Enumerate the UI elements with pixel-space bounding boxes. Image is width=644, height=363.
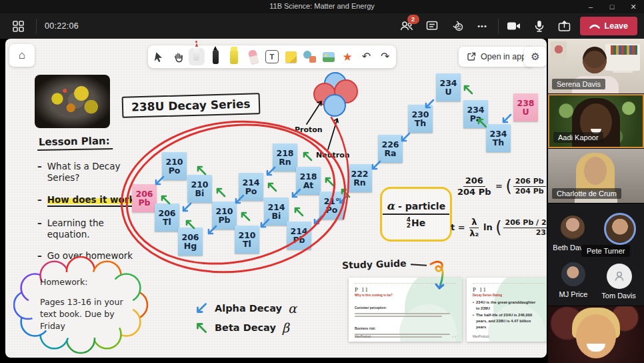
settings-button[interactable]: ⚙ (524, 47, 547, 67)
alpha-decay-arrow (423, 97, 436, 111)
lesson-plan-item: –Learning the equation. (37, 218, 144, 240)
insert-image-tool[interactable] (321, 48, 337, 65)
shapes-tool[interactable] (302, 48, 318, 65)
mass-number: 210 (238, 231, 255, 240)
sticky-234-U[interactable]: 234U (436, 73, 461, 101)
doc-footer: MaxProduct (473, 335, 489, 338)
leave-button[interactable]: Leave (580, 17, 637, 35)
minimize-button[interactable]: – (580, 0, 601, 13)
highlighter-icon (230, 50, 238, 64)
alpha-decay-arrow (289, 187, 303, 200)
homework-heading: Homework: (40, 276, 128, 288)
element-symbol: Po (326, 206, 338, 215)
mass-number: 206 (181, 233, 199, 242)
sticky-210-Bi[interactable]: 210Bi (187, 175, 212, 203)
mass-number: 210 (215, 207, 233, 216)
sticky-210-Tl[interactable]: 210Tl (235, 226, 259, 254)
doc-bullets: •234U is the great-granddaughter to 238U… (473, 300, 545, 330)
lead-ratio-equation[interactable]: 206204 Pb = (206 Pb204 Pb) + 2 (456, 176, 547, 196)
black-pen-tool[interactable] (207, 48, 223, 65)
eraser-icon (247, 49, 258, 64)
participants-badge: 2 (407, 15, 419, 24)
mass-number: 214 (290, 227, 307, 236)
homework-cloud[interactable]: Homework: Pages 13-16 in your text book.… (13, 256, 149, 358)
close-button[interactable]: ✕ (623, 0, 644, 13)
whiteboard-toolbar: T ★ ↶ ↷ (148, 45, 396, 68)
avatar-pete-speaking[interactable] (604, 213, 636, 245)
proton-label: Proton (295, 125, 323, 134)
board-title[interactable]: 238U Decay Series (122, 93, 260, 118)
maximize-button[interactable]: □ (601, 0, 623, 13)
study-guide-label: Study Guide (342, 258, 407, 270)
sticky-234-Th[interactable]: 234Th (486, 124, 511, 152)
apps-grid-icon[interactable] (8, 16, 28, 36)
divider (498, 19, 499, 33)
beta-decay-arrow (323, 175, 336, 188)
lesson-plan[interactable]: Lesson Plan: –What is a Decay Series?–Ho… (37, 135, 144, 262)
alpha-decay-arrow (369, 159, 383, 172)
alpha-particle-note[interactable]: α - particle 42 He (380, 187, 452, 242)
element-symbol: Tl (163, 218, 171, 227)
sticky-238-U[interactable]: 238U (513, 93, 538, 121)
mic-button[interactable] (529, 16, 549, 36)
lambda-den: λ₂ (469, 228, 479, 238)
chat-button[interactable] (422, 16, 442, 36)
ln: ln (483, 222, 493, 232)
select-tool[interactable] (151, 48, 167, 65)
undo-button[interactable]: ↶ (358, 48, 374, 65)
uranium-ore-image[interactable] (35, 75, 110, 128)
eraser-tool[interactable] (245, 48, 261, 65)
redo-button[interactable]: ↷ (377, 48, 393, 65)
participant-name: Aadi Kapoor (553, 132, 603, 143)
age-equation[interactable]: t = λλ₂ ln (206 Pb ∕ 204 Pb) −238 (451, 218, 547, 238)
meeting-toolbar: 00:22:06 2 ••• (0, 13, 644, 39)
participant-name: Serena Davis (552, 79, 605, 89)
lesson-plan-item: –What is a Decay Series? (37, 161, 144, 184)
sticky-214-Pb[interactable]: 214Pb (287, 222, 311, 250)
video-tile-charlotte[interactable]: Charlotte de Crum (548, 149, 644, 203)
red-pen-tool[interactable] (189, 48, 205, 65)
decay-legend[interactable]: Alpha Decay α Beta Decay β (194, 301, 297, 340)
beta-decay-arrow (461, 83, 475, 96)
home-button[interactable]: ⌂ (9, 44, 35, 67)
whiteboard-canvas[interactable]: ⌂ T ★ ↶ ↷ (5, 39, 547, 358)
element-symbol: Hg (184, 242, 197, 251)
mass-number: 238 (517, 99, 534, 108)
avatar-beth[interactable] (561, 216, 585, 240)
study-guide-doc-2[interactable]: P 11 Decay Series Dating •234U is the gr… (467, 278, 547, 342)
lesson-plan-heading: Lesson Plan: (37, 135, 113, 151)
avatar-mj[interactable] (561, 262, 585, 286)
beta-decay-arrow (239, 210, 252, 223)
favorites-tool[interactable]: ★ (339, 48, 355, 65)
bullet-dash: – (37, 218, 42, 240)
lesson-plan-item: –How does it work? (37, 194, 144, 207)
avatar-tom-placeholder[interactable] (607, 264, 632, 289)
doc-heading: Decay Series Dating (473, 294, 545, 297)
text-tool[interactable]: T (264, 48, 280, 65)
reactions-button[interactable] (447, 16, 467, 36)
sticky-206-Pb[interactable]: 206Pb (132, 184, 157, 212)
t-equals: t = (451, 222, 465, 232)
video-tile-serena[interactable]: Serena Davis (548, 39, 644, 93)
books (611, 45, 637, 55)
mass-number: 210 (191, 180, 208, 190)
sticky-206-Tl[interactable]: 206Tl (155, 204, 179, 232)
sticky-note-tool[interactable] (283, 48, 299, 65)
camera-button[interactable] (504, 16, 524, 36)
more-options-button[interactable]: ••• (473, 16, 493, 36)
pan-tool[interactable] (170, 48, 186, 65)
share-screen-button[interactable] (555, 16, 575, 36)
element-symbol: Rn (279, 157, 291, 167)
bullet-dash: – (37, 194, 42, 207)
participants-button[interactable]: 2 (397, 16, 417, 36)
highlighter-tool[interactable] (226, 48, 242, 65)
lesson-item-text: What is a Decay Series? (47, 161, 144, 184)
open-in-app-button[interactable]: Open in app (459, 47, 534, 67)
video-tile-bottom[interactable] (548, 306, 644, 363)
text-tool-icon: T (265, 50, 279, 63)
lesson-item-text: Learning the equation. (47, 218, 144, 240)
video-tile-aadi-active-speaker[interactable]: Aadi Kapoor (548, 94, 644, 148)
study-guide-callout[interactable]: Study Guide (342, 259, 452, 295)
sticky-206-Hg[interactable]: 206Hg (178, 228, 203, 256)
doc-bullet: •234U is the great-granddaughter to 238U (473, 300, 536, 311)
